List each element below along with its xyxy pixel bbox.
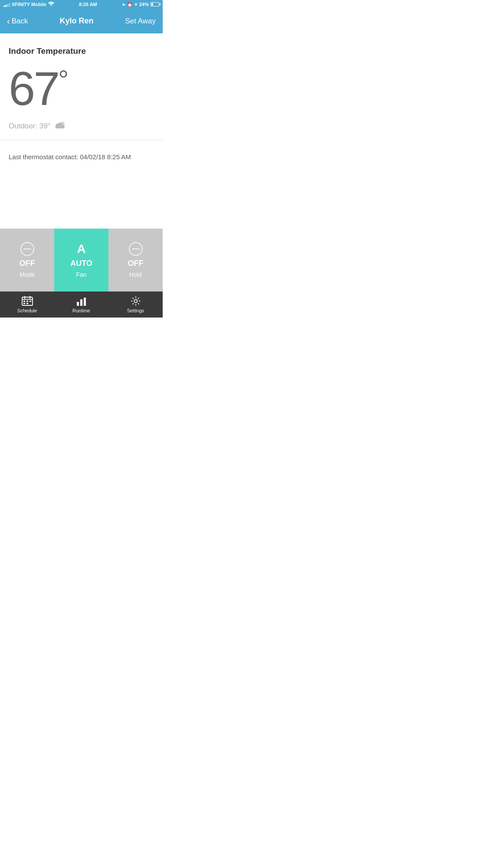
- battery-icon: [151, 2, 159, 7]
- mode-main-label: OFF: [20, 259, 35, 268]
- set-away-button[interactable]: Set Away: [125, 17, 156, 26]
- cloud-icon: [53, 121, 66, 131]
- outdoor-label: Outdoor: 39°: [9, 122, 51, 131]
- calendar-icon: [22, 296, 33, 306]
- bluetooth-icon: ✦: [134, 2, 138, 7]
- temperature-number: 67: [9, 62, 58, 115]
- tab-runtime-label: Runtime: [72, 308, 90, 313]
- no-entry-icon-mode: [20, 242, 34, 256]
- tab-schedule[interactable]: Schedule: [0, 296, 54, 313]
- status-bar: XFINITY Mobile 8:26 AM ➤ ⏰ ✦ 24%: [0, 0, 163, 9]
- page-title: Kylo Ren: [59, 16, 93, 26]
- alarm-icon: ⏰: [127, 2, 132, 7]
- degree-symbol: °: [58, 65, 67, 94]
- outdoor-info: Outdoor: 39°: [9, 121, 154, 131]
- svg-rect-3: [56, 126, 64, 128]
- tab-settings-label: Settings: [127, 308, 144, 313]
- tab-bar: Schedule Runtime Settings: [0, 292, 163, 318]
- back-button[interactable]: ‹ Back: [7, 16, 28, 26]
- tab-runtime[interactable]: Runtime: [54, 296, 108, 313]
- svg-point-25: [134, 299, 137, 302]
- wifi-icon: [48, 2, 54, 7]
- fan-main-label: AUTO: [70, 259, 92, 268]
- hold-main-label: OFF: [128, 259, 144, 268]
- no-entry-icon-hold: [129, 242, 143, 256]
- svg-rect-19: [29, 301, 31, 302]
- bar-chart-icon: [76, 296, 87, 306]
- svg-rect-21: [26, 303, 28, 304]
- time-label: 8:26 AM: [79, 2, 97, 7]
- hold-sub-label: Hold: [129, 272, 142, 278]
- svg-rect-20: [23, 303, 25, 304]
- mode-button[interactable]: OFF Mode: [0, 229, 54, 292]
- svg-line-10: [64, 124, 64, 125]
- svg-point-4: [62, 122, 64, 124]
- last-contact-text: Last thermostat contact: 04/02/18 8:25 A…: [9, 140, 154, 174]
- svg-line-12: [64, 122, 64, 122]
- gear-icon: [130, 296, 141, 306]
- hold-button[interactable]: OFF Hold: [108, 229, 163, 292]
- svg-line-11: [61, 124, 62, 125]
- svg-rect-23: [80, 299, 82, 306]
- auto-letter-icon: A: [77, 242, 85, 256]
- status-left: XFINITY Mobile: [3, 2, 54, 7]
- svg-rect-17: [23, 301, 25, 302]
- battery-percent: 24%: [139, 2, 149, 7]
- chevron-left-icon: ‹: [7, 16, 10, 26]
- fan-sub-label: Fan: [76, 272, 86, 278]
- svg-rect-22: [77, 302, 79, 306]
- controls-row: OFF Mode A AUTO Fan OFF Hold: [0, 229, 163, 292]
- svg-line-9: [61, 122, 62, 122]
- tab-settings[interactable]: Settings: [108, 296, 163, 313]
- main-content: Indoor Temperature 67° Outdoor: 39°: [0, 33, 163, 229]
- indoor-temperature-label: Indoor Temperature: [9, 46, 154, 56]
- temperature-value: 67°: [9, 65, 154, 112]
- svg-rect-18: [26, 301, 28, 302]
- mode-sub-label: Mode: [20, 272, 35, 278]
- tab-schedule-label: Schedule: [17, 308, 37, 313]
- svg-rect-24: [84, 298, 86, 306]
- location-icon: ➤: [122, 2, 125, 7]
- back-label: Back: [12, 17, 28, 26]
- navigation-bar: ‹ Back Kylo Ren Set Away: [0, 9, 163, 33]
- status-right: ➤ ⏰ ✦ 24%: [122, 2, 159, 7]
- carrier-label: XFINITY Mobile: [12, 2, 46, 7]
- fan-button[interactable]: A AUTO Fan: [54, 229, 108, 292]
- signal-icon: [3, 2, 10, 7]
